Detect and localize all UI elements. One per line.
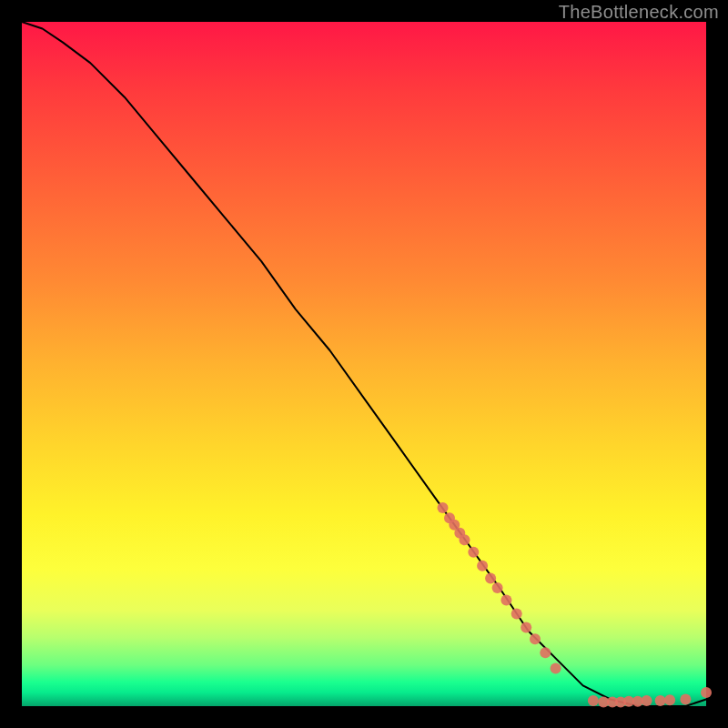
scatter-point bbox=[500, 594, 511, 605]
plot-area bbox=[22, 22, 706, 706]
scatter-point bbox=[460, 534, 470, 545]
scatter-point bbox=[468, 547, 479, 558]
chart-svg bbox=[22, 22, 706, 706]
scatter-point bbox=[438, 502, 449, 513]
scatter-point bbox=[477, 561, 488, 571]
bottleneck-curve bbox=[22, 22, 706, 706]
scatter-point bbox=[588, 695, 599, 706]
scatter-point bbox=[485, 572, 496, 583]
scatter-point bbox=[530, 633, 541, 644]
scatter-point bbox=[492, 582, 503, 593]
scatter-point bbox=[701, 687, 712, 698]
scatter-point bbox=[642, 695, 652, 706]
scatter-point bbox=[680, 694, 691, 705]
scatter-point bbox=[664, 694, 675, 705]
scatter-point bbox=[511, 609, 522, 620]
scatter-point bbox=[551, 663, 561, 674]
watermark-label: TheBottleneck.com bbox=[559, 2, 719, 23]
markers-diagonal bbox=[438, 502, 561, 674]
scatter-point bbox=[655, 695, 666, 706]
chart-stage: TheBottleneck.com bbox=[0, 0, 728, 728]
scatter-point bbox=[540, 647, 551, 658]
scatter-point bbox=[521, 622, 531, 633]
